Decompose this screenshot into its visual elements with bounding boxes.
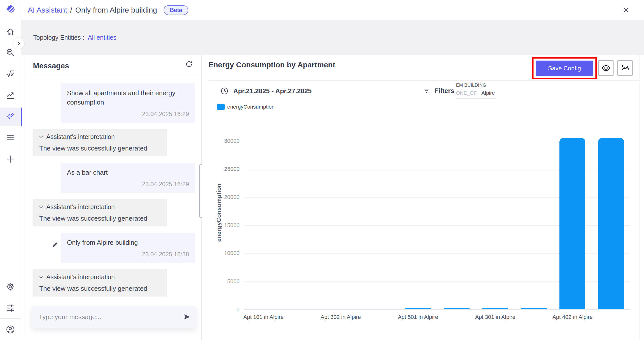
edit-message-button[interactable]	[51, 241, 58, 249]
sidebar-item-add[interactable]	[0, 150, 21, 168]
assistant-interpretation-block: Assistant’s interpretationThe view was s…	[33, 269, 167, 297]
legend-swatch	[217, 104, 225, 110]
annotation-highlight: Save Config	[532, 57, 597, 79]
clock-icon	[220, 87, 229, 95]
bar-Apt 501 in Alpire	[405, 308, 431, 309]
message-timestamp: 23.04.2025 16:29	[67, 181, 189, 188]
bar-unlabeled-7	[521, 308, 547, 309]
chart-view-button[interactable]	[617, 60, 633, 76]
legend-label: energyConsumption	[227, 104, 275, 110]
bar-chart-plot	[244, 116, 630, 310]
y-tick-label: 20000	[206, 194, 240, 201]
y-tick-label: 15000	[206, 222, 240, 229]
save-config-button[interactable]: Save Config	[536, 61, 593, 76]
user-message-bubble: As a bar chart23.04.2025 16:29	[61, 163, 195, 193]
interpretation-body: The view was successfully generated	[39, 285, 162, 293]
sidebar-item-formulas[interactable]	[0, 65, 21, 83]
assistant-message: Assistant’s interpretationThe view was s…	[33, 269, 195, 297]
topology-label: Topology Entities :	[33, 34, 84, 41]
message-text: Show all apartments and their energy con…	[67, 88, 189, 107]
user-message: Only from Alpire building23.04.2025 16:3…	[33, 233, 195, 263]
date-range-text: Apr.21.2025 - Apr.27.2025	[233, 87, 312, 95]
interpretation-toggle[interactable]: Assistant’s interpretation	[38, 203, 162, 211]
filters-control[interactable]: Filters	[423, 87, 454, 95]
x-tick-label: Apt 302 in Alpire	[308, 314, 373, 320]
x-tick-label: Apt 301 in Alpire	[463, 314, 528, 320]
home-icon	[6, 27, 15, 36]
sidebar-item-ai-assistant[interactable]	[0, 108, 22, 126]
expand-sidebar-button[interactable]	[13, 37, 24, 49]
chart-title: Energy Consumption by Apartment	[208, 61, 335, 69]
user-message-bubble: Only from Alpire building23.04.2025 16:3…	[61, 233, 195, 263]
page-title: Only from Alpire building	[75, 6, 157, 14]
send-button[interactable]	[178, 313, 196, 321]
sliders-icon	[6, 304, 15, 313]
filter-value: Alpire	[481, 90, 495, 96]
sidebar-item-settings[interactable]	[0, 278, 21, 296]
chevron-right-icon	[16, 40, 22, 46]
trend-chart-icon	[6, 91, 15, 100]
x-tick-label: Apt 402 in Alpire	[540, 314, 605, 320]
date-range-control[interactable]: Apr.21.2025 - Apr.27.2025	[220, 87, 312, 95]
assistant-message: Assistant’s interpretationThe view was s…	[33, 199, 195, 226]
interpretation-header: Assistant’s interpretation	[46, 203, 115, 211]
y-axis-title: energyConsumption	[216, 183, 222, 242]
sqrt-x-icon	[6, 69, 15, 78]
person-circle-icon	[6, 325, 15, 334]
message-input[interactable]	[32, 313, 178, 321]
sidebar-item-account[interactable]	[0, 320, 21, 338]
app-root: AI Assistant / Only from Alpire building…	[0, 0, 644, 340]
chevron-down-icon	[38, 274, 44, 280]
app-logo	[0, 0, 21, 20]
eye-icon	[601, 63, 611, 73]
preview-button[interactable]	[598, 60, 614, 76]
user-message: As a bar chart23.04.2025 16:29	[33, 163, 195, 193]
bar-unlabeled-9	[598, 138, 624, 309]
plus-icon	[6, 154, 15, 164]
bar-unlabeled-5	[444, 308, 470, 309]
breadcrumb: AI Assistant / Only from Alpire building…	[28, 0, 188, 20]
trend-sparkles-icon	[620, 63, 630, 73]
chart-header-divider	[208, 80, 639, 81]
message-text: Only from Alpire building	[67, 238, 189, 247]
interpretation-header: Assistant’s interpretation	[46, 133, 115, 140]
sidebar-item-trends[interactable]	[0, 86, 21, 104]
interpretation-body: The view was successfully generated	[39, 215, 162, 222]
interpretation-body: The view was successfully generated	[39, 144, 162, 152]
breadcrumb-ai-assistant-link[interactable]: AI Assistant	[28, 6, 67, 14]
edit-icon	[51, 241, 58, 249]
message-list: Show all apartments and their energy con…	[26, 75, 201, 302]
chart-panel: Energy Consumption by Apartment Save Con…	[202, 55, 639, 340]
y-tick-label: 0	[206, 306, 240, 313]
message-input-container	[32, 306, 196, 328]
sidebar-item-menu[interactable]	[0, 129, 21, 147]
interpretation-toggle[interactable]: Assistant’s interpretation	[38, 133, 162, 140]
assistant-interpretation-block: Assistant’s interpretationThe view was s…	[33, 199, 167, 226]
sidebar-item-preferences[interactable]	[0, 299, 21, 317]
filter-field-label: EM BUILDING	[456, 83, 496, 88]
topology-entities-link[interactable]: All entities	[88, 34, 117, 41]
message-timestamp: 23.04.2025 16:29	[67, 111, 189, 118]
y-tick-label: 30000	[206, 138, 240, 144]
interpretation-toggle[interactable]: Assistant’s interpretation	[38, 273, 162, 281]
refresh-button[interactable]	[185, 61, 193, 68]
message-timestamp: 23.04.2025 16:38	[67, 251, 189, 258]
y-tick-label: 5000	[206, 278, 240, 285]
left-rail	[0, 0, 21, 340]
top-header: AI Assistant / Only from Alpire building…	[21, 0, 644, 20]
y-tick-label: 10000	[206, 250, 240, 257]
filter-operator: ONE_OF	[456, 90, 477, 96]
legend-item-energyConsumption[interactable]: energyConsumption	[217, 104, 275, 110]
messages-panel: Messages Show all apartments and their e…	[26, 55, 202, 340]
close-icon	[622, 7, 629, 14]
chevron-down-icon	[38, 204, 44, 210]
refresh-icon	[185, 61, 193, 68]
filters-label: Filters	[435, 87, 454, 95]
filter-icon	[423, 87, 431, 95]
close-button[interactable]	[622, 7, 629, 14]
building-filter-chip[interactable]: EM BUILDING ONE_OF Alpire	[456, 83, 496, 99]
breadcrumb-separator: /	[70, 6, 72, 14]
assistant-message: Assistant’s interpretationThe view was s…	[33, 129, 195, 156]
send-icon	[183, 313, 191, 321]
x-tick-label: Apt 101 in Alpire	[231, 314, 296, 320]
